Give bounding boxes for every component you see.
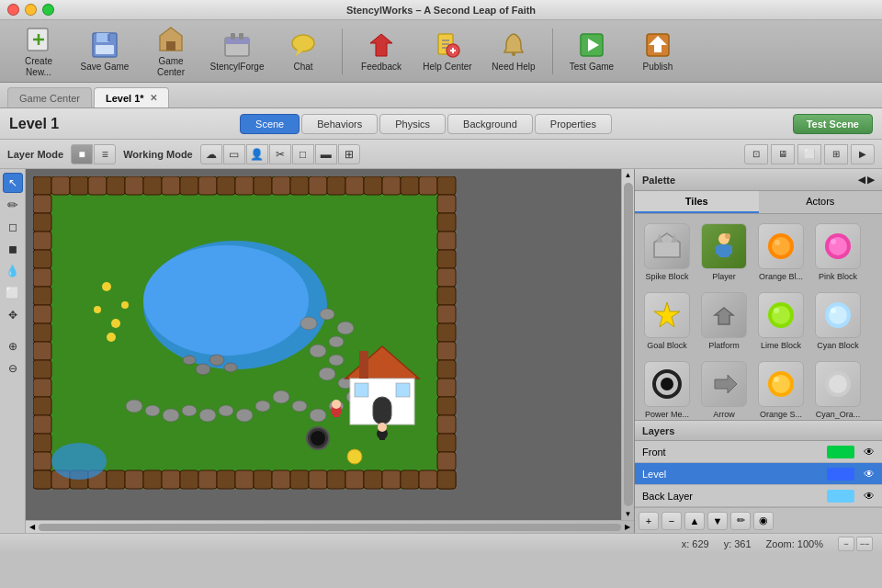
palette-tab-actors[interactable]: Actors <box>759 191 883 213</box>
chat-button[interactable]: Chat <box>272 25 334 78</box>
wb-7[interactable]: ⊞ <box>338 144 360 164</box>
layer-front-eye[interactable]: 👁 <box>864 446 875 458</box>
palette-item-orange-block[interactable]: Orange Bl... <box>754 220 808 285</box>
layer-level[interactable]: Level 👁 <box>635 463 882 485</box>
layer-add-btn[interactable]: + <box>639 512 659 530</box>
svg-point-127 <box>255 401 270 412</box>
tab-physics[interactable]: Physics <box>379 114 446 134</box>
palette-item-goal-block[interactable]: Goal Block <box>640 288 694 354</box>
tool-erase[interactable]: ◻ <box>3 217 23 237</box>
working-mode-label: Working Mode <box>123 149 193 160</box>
layer-edit-btn[interactable]: ✏ <box>730 512 751 530</box>
canvas-play[interactable]: ▶ <box>851 144 875 164</box>
tab-scene[interactable]: Scene <box>240 114 300 134</box>
level-header: Level 1 Scene Behaviors Physics Backgrou… <box>0 108 882 140</box>
palette-nav-forward[interactable]: ▶ <box>867 175 875 185</box>
tab-level-1[interactable]: Level 1* ✕ <box>94 87 169 107</box>
svg-rect-91 <box>162 470 180 489</box>
palette-item-player[interactable]: Player <box>697 220 751 285</box>
wb-1[interactable]: ☁ <box>200 144 222 164</box>
tool-pencil[interactable]: ✏ <box>3 195 23 215</box>
svg-rect-100 <box>327 470 345 489</box>
svg-rect-148 <box>334 410 339 417</box>
palette-item-platform[interactable]: Platform <box>697 288 751 354</box>
wb-6[interactable]: ▬ <box>315 144 337 164</box>
minimize-button[interactable] <box>25 4 37 16</box>
feedback-button[interactable]: Feedback <box>350 25 413 78</box>
tool-rect[interactable]: ⬜ <box>3 283 23 303</box>
save-game-button[interactable]: Save Game <box>74 25 136 78</box>
tool-zoom-in[interactable]: ⊕ <box>3 336 23 356</box>
tab-behaviors[interactable]: Behaviors <box>301 114 378 134</box>
zoom-out-status[interactable]: − <box>838 537 854 551</box>
svg-point-133 <box>145 405 160 416</box>
layer-btn-b[interactable]: ≡ <box>94 144 116 164</box>
svg-rect-66 <box>33 452 51 470</box>
close-button[interactable] <box>7 4 19 16</box>
create-new-button[interactable]: Create New... <box>7 25 70 78</box>
game-canvas[interactable] <box>26 169 621 520</box>
wb-5[interactable]: □ <box>292 144 314 164</box>
layer-back-eye[interactable]: 👁 <box>864 490 875 503</box>
wb-3[interactable]: 👤 <box>246 144 268 164</box>
test-scene-button[interactable]: Test Scene <box>793 114 873 134</box>
svg-rect-11 <box>231 33 235 40</box>
palette-item-pink-block[interactable]: Pink Block <box>811 220 865 285</box>
canvas-ctrl-4[interactable]: ⊞ <box>824 144 848 164</box>
tool-move[interactable]: ✥ <box>3 305 23 325</box>
game-center-button[interactable]: Game Center <box>140 25 202 78</box>
layer-down-btn[interactable]: ▼ <box>707 512 728 530</box>
window-controls <box>7 4 54 16</box>
palette-item-power-me[interactable]: Power Me... <box>640 357 694 420</box>
layer-mode-buttons: ■ ≡ <box>71 144 116 164</box>
canvas-ctrl-1[interactable]: ⊡ <box>744 144 768 164</box>
canvas-ctrl-3[interactable]: ⬜ <box>797 144 821 164</box>
tab-game-center[interactable]: Game Center <box>7 87 92 107</box>
svg-rect-8 <box>166 41 175 51</box>
tab-close-icon[interactable]: ✕ <box>150 93 157 103</box>
layer-vis-btn[interactable]: ◉ <box>753 512 774 530</box>
wb-2[interactable]: ▭ <box>223 144 245 164</box>
svg-rect-40 <box>235 176 254 195</box>
tool-fill[interactable]: ◼ <box>3 239 23 259</box>
canvas-ctrl-2[interactable]: 🖥 <box>771 144 795 164</box>
layer-btn-a[interactable]: ■ <box>71 144 93 164</box>
tool-pointer[interactable]: ↖ <box>3 173 23 193</box>
horizontal-scrollbar[interactable]: ◀ ▶ <box>26 520 634 533</box>
maximize-button[interactable] <box>42 4 54 16</box>
titlebar: StencylWorks – A Second Leap of Faith <box>0 0 882 20</box>
layer-remove-btn[interactable]: − <box>662 512 682 530</box>
palette-item-cyan-ora[interactable]: Cyan_Ora... <box>811 357 865 420</box>
layer-up-btn[interactable]: ▲ <box>684 512 705 530</box>
tool-eyedrop[interactable]: 💧 <box>3 261 23 281</box>
help-center-button[interactable]: Help Center <box>416 25 479 78</box>
palette-tab-tiles[interactable]: Tiles <box>635 191 759 213</box>
palette-item-orange-s[interactable]: Orange S... <box>754 357 808 420</box>
zoom-in-status[interactable]: −− <box>856 537 873 551</box>
palette-item-arrow[interactable]: Arrow <box>697 357 751 420</box>
layer-front[interactable]: Front 👁 <box>635 441 882 463</box>
stencylforge-button[interactable]: StencylForge <box>206 25 268 78</box>
layers-panel: Layers Front 👁 Level 👁 Back Layer 👁 + − … <box>635 420 882 533</box>
svg-rect-29 <box>33 176 51 195</box>
layer-back[interactable]: Back Layer 👁 <box>635 485 882 507</box>
palette-item-cyan-block[interactable]: Cyan Block <box>811 288 865 354</box>
test-game-button[interactable]: Test Game <box>560 25 623 78</box>
publish-button[interactable]: Publish <box>627 25 689 78</box>
layer-level-eye[interactable]: 👁 <box>864 468 875 481</box>
tab-background[interactable]: Background <box>447 114 533 134</box>
palette-item-lime-block[interactable]: Lime Block <box>754 288 808 354</box>
palette-nav-back[interactable]: ◀ <box>858 175 865 185</box>
palette-item-spike-block[interactable]: Spike Block <box>640 220 694 285</box>
svg-rect-6 <box>107 34 110 41</box>
wb-4[interactable]: ✂ <box>269 144 291 164</box>
tab-properties[interactable]: Properties <box>535 114 612 134</box>
svg-point-134 <box>126 400 142 413</box>
svg-rect-151 <box>379 433 385 440</box>
tool-zoom-out[interactable]: ⊖ <box>3 358 23 379</box>
arrow-name: Arrow <box>713 410 735 419</box>
palette-row-3: Power Me... Arrow <box>640 357 876 420</box>
need-help-button[interactable]: Need Help <box>482 25 545 78</box>
vertical-scrollbar[interactable]: ▲ ▼ <box>621 169 634 520</box>
svg-point-132 <box>163 409 179 422</box>
